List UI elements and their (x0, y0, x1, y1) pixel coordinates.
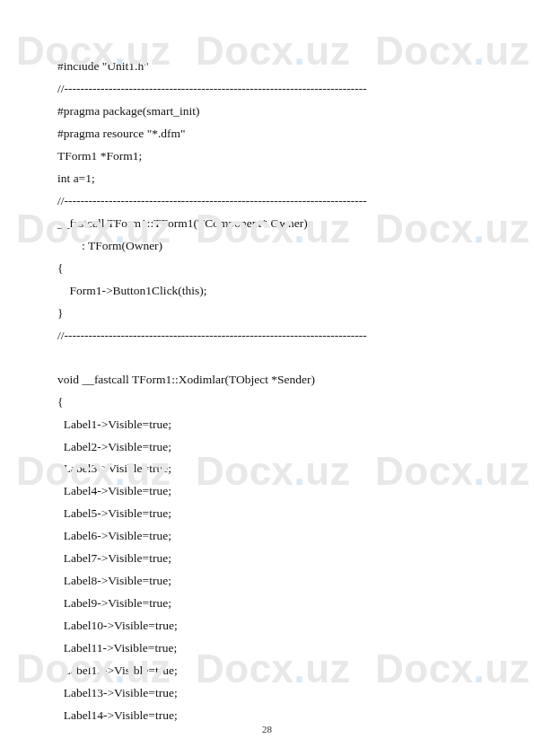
code-line (57, 347, 488, 369)
code-line: Label5->Visible=true; (57, 503, 488, 525)
page-number: 28 (0, 724, 534, 734)
code-line: //--------------------------------------… (57, 190, 488, 213)
code-line: { (57, 258, 488, 280)
code-line: Label6->Visible=true; (57, 525, 488, 548)
code-line: { (57, 391, 488, 414)
code-line: #pragma resource "*.dfm" (57, 123, 488, 145)
code-line: Label1->Visible=true; (57, 414, 488, 436)
code-line: #pragma package(smart_init) (57, 101, 488, 123)
code-line: Label10->Visible=true; (57, 615, 488, 637)
code-line: #include "Unit1.h" (57, 56, 488, 78)
code-line: Label8->Visible=true; (57, 570, 488, 593)
code-line: Label7->Visible=true; (57, 548, 488, 570)
code-line: __fastcall TForm1::TForm1(TComponent* Ow… (57, 213, 488, 235)
code-line: Label3->Visible=true; (57, 458, 488, 480)
code-line: Label13->Visible=true; (57, 682, 488, 705)
code-line: Label12->Visible=true; (57, 660, 488, 682)
code-line: Label2->Visible=true; (57, 436, 488, 459)
code-line: } (57, 303, 488, 325)
code-block: #include "Unit1.h"//--------------------… (57, 56, 488, 727)
code-line: Label9->Visible=true; (57, 593, 488, 615)
code-line: TForm1 *Form1; (57, 145, 488, 168)
code-line: int a=1; (57, 168, 488, 190)
code-line: Label11->Visible=true; (57, 637, 488, 660)
code-line: //--------------------------------------… (57, 78, 488, 101)
code-line: Form1->Button1Click(this); (57, 280, 488, 303)
code-line: void __fastcall TForm1::Xodimlar(TObject… (57, 369, 488, 391)
code-line: : TForm(Owner) (57, 235, 488, 258)
code-line: Label4->Visible=true; (57, 480, 488, 503)
code-line: //--------------------------------------… (57, 325, 488, 347)
